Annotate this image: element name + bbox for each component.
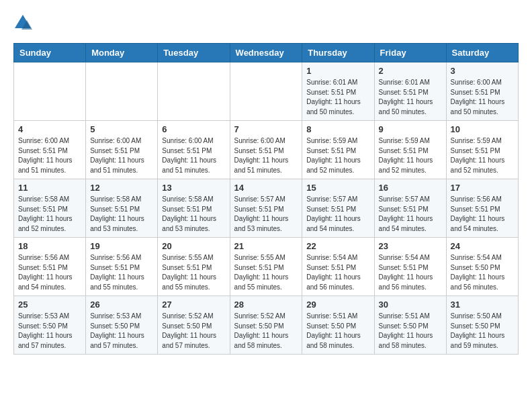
day-number: 31	[451, 300, 514, 310]
cell-content: Sunrise: 5:56 AMSunset: 5:51 PMDaylight:…	[90, 253, 153, 292]
calendar-cell: 15Sunrise: 5:57 AMSunset: 5:51 PMDayligh…	[302, 179, 374, 238]
day-number: 13	[162, 183, 225, 193]
day-number: 6	[162, 124, 225, 134]
day-number: 12	[90, 183, 153, 193]
day-header-friday: Friday	[374, 44, 446, 62]
cell-content: Sunrise: 5:59 AMSunset: 5:51 PMDaylight:…	[451, 136, 514, 175]
week-row-4: 18Sunrise: 5:56 AMSunset: 5:51 PMDayligh…	[14, 238, 519, 296]
calendar-body: 1Sunrise: 6:01 AMSunset: 5:51 PMDaylight…	[14, 62, 519, 355]
calendar-table: SundayMondayTuesdayWednesdayThursdayFrid…	[13, 43, 519, 355]
calendar-cell: 23Sunrise: 5:54 AMSunset: 5:51 PMDayligh…	[374, 238, 446, 296]
calendar-cell: 2Sunrise: 6:01 AMSunset: 5:51 PMDaylight…	[374, 62, 446, 121]
day-header-saturday: Saturday	[446, 44, 518, 62]
day-number: 24	[451, 241, 514, 251]
calendar-cell: 8Sunrise: 5:59 AMSunset: 5:51 PMDaylight…	[302, 121, 374, 179]
calendar-cell: 5Sunrise: 6:00 AMSunset: 5:51 PMDaylight…	[86, 121, 158, 179]
cell-content: Sunrise: 5:51 AMSunset: 5:50 PMDaylight:…	[306, 312, 369, 351]
day-number: 21	[234, 241, 298, 251]
calendar-cell: 18Sunrise: 5:56 AMSunset: 5:51 PMDayligh…	[14, 238, 86, 296]
calendar-cell: 24Sunrise: 5:54 AMSunset: 5:50 PMDayligh…	[446, 238, 518, 296]
calendar-cell: 10Sunrise: 5:59 AMSunset: 5:51 PMDayligh…	[446, 121, 518, 179]
day-number: 26	[90, 300, 153, 310]
cell-content: Sunrise: 5:57 AMSunset: 5:51 PMDaylight:…	[306, 195, 369, 234]
day-number: 7	[234, 124, 298, 134]
cell-content: Sunrise: 6:00 AMSunset: 5:51 PMDaylight:…	[90, 136, 153, 175]
calendar-cell: 6Sunrise: 6:00 AMSunset: 5:51 PMDaylight…	[158, 121, 230, 179]
cell-content: Sunrise: 6:00 AMSunset: 5:51 PMDaylight:…	[234, 136, 298, 175]
calendar-cell: 1Sunrise: 6:01 AMSunset: 5:51 PMDaylight…	[302, 62, 374, 121]
day-header-sunday: Sunday	[14, 44, 86, 62]
cell-content: Sunrise: 5:55 AMSunset: 5:51 PMDaylight:…	[162, 253, 225, 292]
cell-content: Sunrise: 5:59 AMSunset: 5:51 PMDaylight:…	[306, 136, 369, 175]
day-number: 15	[306, 183, 369, 193]
calendar-cell: 27Sunrise: 5:52 AMSunset: 5:50 PMDayligh…	[158, 296, 230, 355]
day-number: 27	[162, 300, 225, 310]
calendar-cell: 20Sunrise: 5:55 AMSunset: 5:51 PMDayligh…	[158, 238, 230, 296]
page-header	[13, 13, 519, 32]
day-number: 11	[18, 183, 81, 193]
week-row-5: 25Sunrise: 5:53 AMSunset: 5:50 PMDayligh…	[14, 296, 519, 355]
logo-icon	[13, 13, 32, 32]
cell-content: Sunrise: 5:56 AMSunset: 5:51 PMDaylight:…	[451, 195, 514, 234]
cell-content: Sunrise: 5:52 AMSunset: 5:50 PMDaylight:…	[162, 312, 225, 351]
day-number: 1	[306, 66, 369, 76]
logo	[13, 13, 35, 32]
calendar-cell: 19Sunrise: 5:56 AMSunset: 5:51 PMDayligh…	[86, 238, 158, 296]
cell-content: Sunrise: 5:58 AMSunset: 5:51 PMDaylight:…	[18, 195, 81, 234]
day-number: 10	[451, 124, 514, 134]
day-number: 18	[18, 241, 81, 251]
calendar-cell: 31Sunrise: 5:50 AMSunset: 5:50 PMDayligh…	[446, 296, 518, 355]
calendar-cell: 16Sunrise: 5:57 AMSunset: 5:51 PMDayligh…	[374, 179, 446, 238]
calendar-cell: 12Sunrise: 5:58 AMSunset: 5:51 PMDayligh…	[86, 179, 158, 238]
day-number: 30	[379, 300, 442, 310]
cell-content: Sunrise: 5:54 AMSunset: 5:51 PMDaylight:…	[379, 253, 442, 292]
calendar-cell: 22Sunrise: 5:54 AMSunset: 5:51 PMDayligh…	[302, 238, 374, 296]
cell-content: Sunrise: 5:54 AMSunset: 5:51 PMDaylight:…	[306, 253, 369, 292]
week-row-1: 1Sunrise: 6:01 AMSunset: 5:51 PMDaylight…	[14, 62, 519, 121]
day-number: 4	[18, 124, 81, 134]
cell-content: Sunrise: 5:53 AMSunset: 5:50 PMDaylight:…	[90, 312, 153, 351]
calendar-header: SundayMondayTuesdayWednesdayThursdayFrid…	[14, 44, 519, 62]
cell-content: Sunrise: 5:51 AMSunset: 5:50 PMDaylight:…	[379, 312, 442, 351]
cell-content: Sunrise: 5:55 AMSunset: 5:51 PMDaylight:…	[234, 253, 298, 292]
calendar-cell	[14, 62, 86, 121]
day-number: 5	[90, 124, 153, 134]
calendar-cell: 7Sunrise: 6:00 AMSunset: 5:51 PMDaylight…	[230, 121, 302, 179]
day-number: 17	[451, 183, 514, 193]
cell-content: Sunrise: 5:50 AMSunset: 5:50 PMDaylight:…	[451, 312, 514, 351]
calendar-cell: 11Sunrise: 5:58 AMSunset: 5:51 PMDayligh…	[14, 179, 86, 238]
day-number: 3	[451, 66, 514, 76]
day-number: 22	[306, 241, 369, 251]
cell-content: Sunrise: 5:53 AMSunset: 5:50 PMDaylight:…	[18, 312, 81, 351]
day-number: 23	[379, 241, 442, 251]
day-header-monday: Monday	[86, 44, 158, 62]
cell-content: Sunrise: 5:58 AMSunset: 5:51 PMDaylight:…	[162, 195, 225, 234]
day-number: 20	[162, 241, 225, 251]
calendar-cell: 14Sunrise: 5:57 AMSunset: 5:51 PMDayligh…	[230, 179, 302, 238]
cell-content: Sunrise: 5:59 AMSunset: 5:51 PMDaylight:…	[379, 136, 442, 175]
cell-content: Sunrise: 6:01 AMSunset: 5:51 PMDaylight:…	[379, 78, 442, 117]
day-number: 2	[379, 66, 442, 76]
calendar-cell	[86, 62, 158, 121]
day-number: 25	[18, 300, 81, 310]
cell-content: Sunrise: 5:54 AMSunset: 5:50 PMDaylight:…	[451, 253, 514, 292]
day-number: 9	[379, 124, 442, 134]
cell-content: Sunrise: 5:58 AMSunset: 5:51 PMDaylight:…	[90, 195, 153, 234]
day-number: 19	[90, 241, 153, 251]
calendar-cell: 9Sunrise: 5:59 AMSunset: 5:51 PMDaylight…	[374, 121, 446, 179]
calendar-cell	[158, 62, 230, 121]
calendar-cell: 26Sunrise: 5:53 AMSunset: 5:50 PMDayligh…	[86, 296, 158, 355]
cell-content: Sunrise: 6:00 AMSunset: 5:51 PMDaylight:…	[451, 78, 514, 117]
calendar-cell: 13Sunrise: 5:58 AMSunset: 5:51 PMDayligh…	[158, 179, 230, 238]
calendar-cell: 4Sunrise: 6:00 AMSunset: 5:51 PMDaylight…	[14, 121, 86, 179]
calendar-cell: 25Sunrise: 5:53 AMSunset: 5:50 PMDayligh…	[14, 296, 86, 355]
cell-content: Sunrise: 6:00 AMSunset: 5:51 PMDaylight:…	[18, 136, 81, 175]
cell-content: Sunrise: 5:52 AMSunset: 5:50 PMDaylight:…	[234, 312, 298, 351]
cell-content: Sunrise: 6:00 AMSunset: 5:51 PMDaylight:…	[162, 136, 225, 175]
calendar-cell: 29Sunrise: 5:51 AMSunset: 5:50 PMDayligh…	[302, 296, 374, 355]
day-number: 16	[379, 183, 442, 193]
day-header-wednesday: Wednesday	[230, 44, 302, 62]
calendar-cell: 3Sunrise: 6:00 AMSunset: 5:51 PMDaylight…	[446, 62, 518, 121]
calendar-cell: 28Sunrise: 5:52 AMSunset: 5:50 PMDayligh…	[230, 296, 302, 355]
week-row-2: 4Sunrise: 6:00 AMSunset: 5:51 PMDaylight…	[14, 121, 519, 179]
